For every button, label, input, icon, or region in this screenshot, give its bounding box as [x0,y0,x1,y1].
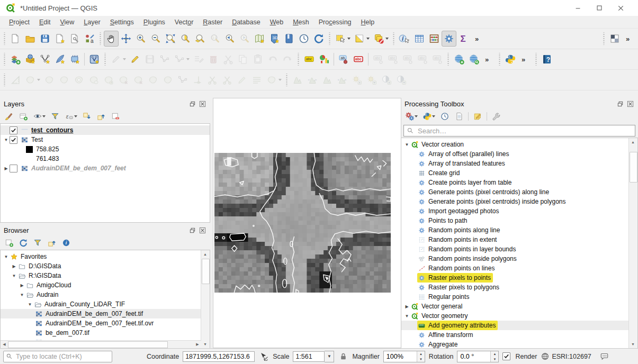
tree-item-aggregate[interactable]: Aggregate [401,340,637,349]
metasearch-new-button[interactable] [452,51,466,67]
new-print-layout-button[interactable] [52,31,67,47]
tree-item-raster-pixels-to-polygons[interactable]: Raster pixels to polygons [401,283,637,292]
tree-group-vector-general[interactable]: ▶Vector general [401,302,637,311]
statistical-summary-button[interactable]: Σ [456,31,471,47]
remove-layer-button[interactable] [110,111,121,122]
render-checkbox[interactable] [502,352,510,360]
menu-mesh[interactable]: Mesh [288,17,314,27]
collapse-arrow-icon[interactable]: ▼ [26,302,33,307]
tree-item-test-contours[interactable]: test_contours [1,125,210,135]
collapse-all-button[interactable] [96,111,106,122]
show-layout-manager-button[interactable] [67,31,82,47]
layer-visibility-checkbox[interactable] [10,136,17,144]
results-viewer-button[interactable] [454,111,464,122]
magnifier-spinbox[interactable]: ▲▼ [383,351,425,362]
tree-item-random-points-in-layer-bounds[interactable]: Random points in layer bounds [401,244,637,254]
tree-item-audraindem-be-dem-007-feet[interactable]: ▶AudrainDEM_be_dem_007_feet [1,163,210,173]
toolbar-overflow-button[interactable]: » [471,31,486,47]
layer-diagram-button[interactable] [317,51,331,67]
toolbar-grip[interactable] [285,74,288,86]
save-project-button[interactable] [38,31,52,47]
toolbox-search-box[interactable] [403,125,635,136]
close-panel-icon[interactable] [199,100,206,108]
tree-item-r-gisdata[interactable]: ▼R:\GISData [1,271,210,280]
locator-input[interactable] [15,352,110,361]
menu-web[interactable]: Web [265,17,288,27]
new-virtual-layer-button[interactable] [87,51,102,67]
open-attribute-table-button[interactable] [412,31,427,47]
models-button[interactable] [405,111,418,122]
toolbar-grip[interactable] [3,53,6,66]
float-panel-icon[interactable] [188,226,196,234]
toolbar-grip[interactable] [535,53,537,66]
scale-combo[interactable]: ▼ [293,351,334,362]
select-features-button[interactable] [333,31,352,47]
tree-item-generate-points-pixel-centroids-inside-polygons[interactable]: Generate points (pixel centroids) inside… [401,197,637,206]
zoom-full-button[interactable] [163,31,178,47]
tree-item-758-825[interactable]: 758.825 [1,144,210,154]
expand-arrow-icon[interactable]: ▶ [19,283,25,288]
toolbar-grip[interactable] [328,32,331,45]
expand-arrow-icon[interactable]: ▶ [3,166,10,171]
filter-by-expression-button[interactable]: ε [64,111,78,122]
menu-edit[interactable]: Edit [34,17,56,27]
scripts-button[interactable] [422,111,436,122]
metasearch-button[interactable] [466,51,481,67]
field-calculator-button[interactable] [427,31,442,47]
new-shapefile-layer-button[interactable] [38,51,52,67]
collapse-arrow-icon[interactable]: ▼ [3,254,10,259]
menu-settings[interactable]: Settings [105,17,139,27]
processing-toolbox-button[interactable] [442,31,456,47]
rotation-input[interactable] [457,351,490,362]
render-checkbox-wrap[interactable]: Render [502,352,537,360]
tree-item-import-geotagged-photos[interactable]: Import geotagged photos [401,206,637,216]
tree-group-vector-creation[interactable]: ▼Vector creation [401,140,637,149]
browser-vertical-scrollbar[interactable]: ▲ ▼ [201,250,210,348]
tree-item-audrain[interactable]: ▼Audrain [1,290,210,299]
rotation-spinbox[interactable]: ▲▼ [457,351,499,362]
extent-toggle-icon[interactable] [258,351,269,362]
zoom-in-button[interactable] [133,31,148,47]
tree-item-amigocloud[interactable]: ▶AmigoCloud [1,280,210,290]
collapse-arrow-icon[interactable]: ▼ [3,138,10,142]
menu-vector[interactable]: Vector [170,17,198,27]
new-temporary-scratch-layer-button[interactable] [67,51,82,67]
data-source-manager-button[interactable] [8,51,23,67]
tree-item-test[interactable]: ▼Test [1,135,210,144]
tree-item-array-of-offset-parallel-lines[interactable]: Array of offset (parallel) lines [401,149,637,159]
new-spatialite-layer-button[interactable] [52,51,67,67]
scale-input[interactable] [293,351,325,362]
pan-map-button[interactable] [104,31,119,47]
menu-plugins[interactable]: Plugins [139,17,170,27]
identify-features-button[interactable]: i [397,31,412,47]
python-console-button[interactable] [503,51,518,67]
tree-item-random-points-in-extent[interactable]: Random points in extent [401,235,637,244]
tree-item-random-points-on-lines[interactable]: Random points on lines [401,263,637,273]
expand-arrow-icon[interactable]: ▶ [11,264,17,269]
tree-item-regular-points[interactable]: Regular points [401,292,637,302]
tree-item-add-geometry-attributes[interactable]: Add geometry attributes [401,321,637,330]
crs-status-button[interactable]: ESRI:102697 [541,352,591,361]
style-manager-button[interactable]: a [82,31,97,47]
tree-item-favorites[interactable]: ▼Favorites [1,252,210,261]
collapse-arrow-icon[interactable]: ▼ [19,293,25,297]
add-group-button[interactable] [18,111,29,122]
zoom-to-layer-button[interactable] [193,31,208,47]
plugins-overflow-button[interactable]: » [518,51,533,67]
float-panel-icon[interactable] [188,100,196,108]
layer-visibility-checkbox[interactable] [10,165,17,172]
toggle-editing-button[interactable] [128,51,142,67]
web-overflow-button[interactable]: » [481,51,496,67]
show-bookmarks-button[interactable] [282,31,296,47]
tree-item-be-dem-007-tif[interactable]: be_dem_007.tif [1,328,210,338]
filter-browser-button[interactable] [32,238,43,248]
refresh-browser-button[interactable] [18,238,29,248]
menu-raster[interactable]: Raster [198,17,227,27]
toolbar-grip[interactable] [498,53,501,66]
collapse-arrow-icon[interactable]: ▼ [403,142,410,147]
map-canvas[interactable] [214,153,391,293]
manage-map-themes-button[interactable] [32,111,46,122]
close-button[interactable] [614,3,627,13]
maximize-button[interactable] [592,3,606,13]
tree-item-create-grid[interactable]: Create grid [401,168,637,178]
